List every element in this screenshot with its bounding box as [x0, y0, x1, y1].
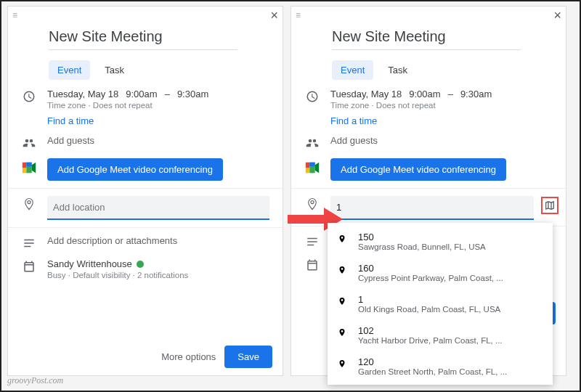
- calendar-color-dot: [137, 261, 144, 268]
- clock-icon: [304, 89, 320, 103]
- event-panel-before: ≡ × New Site Meeting Event Task Tuesday,…: [7, 6, 283, 376]
- location-input[interactable]: [47, 196, 269, 220]
- guests-icon: [304, 135, 320, 150]
- location-suggestion[interactable]: 120Garden Street North, Palm Coast, FL, …: [328, 351, 553, 382]
- calendar-subline: Busy · Default visibility · 2 notificati…: [47, 271, 269, 279]
- tab-task[interactable]: Task: [379, 60, 416, 80]
- add-meet-button[interactable]: Add Google Meet video conferencing: [330, 158, 506, 181]
- save-button[interactable]: Save: [224, 346, 272, 368]
- datetime-subline: Time zone · Does not repeat: [47, 101, 269, 110]
- pin-icon: [338, 263, 349, 282]
- location-suggestions-dropdown: 150Sawgrass Road, Bunnell, FL, USA 160Cy…: [328, 223, 553, 385]
- datetime-line[interactable]: Tuesday, May 18 9:00am – 9:30am: [47, 89, 269, 99]
- location-suggestion[interactable]: 102Yacht Harbor Drive, Palm Coast, FL, .…: [328, 319, 553, 351]
- guests-input[interactable]: Add guests: [47, 135, 269, 146]
- location-suggestion[interactable]: 150Sawgrass Road, Bunnell, FL, USA: [328, 226, 553, 257]
- svg-rect-7: [309, 163, 314, 167]
- guests-icon: [21, 135, 37, 150]
- tab-event[interactable]: Event: [332, 60, 373, 80]
- pin-icon: [338, 325, 349, 345]
- datetime-subline: Time zone · Does not repeat: [330, 101, 553, 110]
- add-meet-button[interactable]: Add Google Meet video conferencing: [47, 158, 223, 181]
- more-options-link[interactable]: More options: [161, 351, 216, 362]
- location-suggestion[interactable]: 160Cypress Point Parkway, Palm Coast, ..…: [328, 257, 553, 288]
- clock-icon: [21, 89, 37, 103]
- find-time-link[interactable]: Find a time: [330, 115, 553, 126]
- drag-handle-icon[interactable]: ≡: [12, 10, 19, 20]
- calendar-owner[interactable]: Sandy Writtenhouse: [47, 258, 269, 269]
- open-map-button[interactable]: [541, 197, 558, 214]
- svg-rect-4: [306, 163, 310, 168]
- svg-rect-5: [306, 168, 310, 173]
- datetime-line[interactable]: Tuesday, May 18 9:00am – 9:30am: [330, 89, 553, 99]
- tab-task[interactable]: Task: [96, 60, 133, 80]
- close-icon[interactable]: ×: [270, 9, 278, 22]
- close-icon[interactable]: ×: [553, 9, 561, 22]
- find-time-link[interactable]: Find a time: [47, 115, 269, 126]
- event-panel-after: ≡ × New Site Meeting Event Task Tuesday,…: [290, 6, 566, 376]
- guests-input[interactable]: Add guests: [330, 135, 553, 146]
- divider: [8, 227, 283, 228]
- svg-rect-1: [23, 168, 26, 173]
- event-title-input[interactable]: New Site Meeting: [49, 25, 237, 50]
- drag-handle-icon[interactable]: ≡: [296, 10, 302, 20]
- tab-event[interactable]: Event: [49, 60, 90, 80]
- description-input[interactable]: Add description or attachments: [47, 235, 269, 246]
- pin-icon: [338, 232, 349, 251]
- calendar-icon: [21, 258, 37, 273]
- meet-logo-icon: [21, 158, 37, 176]
- pin-icon: [338, 356, 349, 376]
- event-title-input[interactable]: New Site Meeting: [332, 25, 521, 50]
- description-icon: [21, 235, 37, 250]
- location-suggestion[interactable]: 1Old Kings Road, Palm Coast, FL, USA: [328, 288, 553, 319]
- description-icon: [304, 234, 320, 248]
- pin-icon: [338, 294, 349, 314]
- divider: [291, 188, 566, 189]
- divider: [8, 188, 283, 189]
- location-input[interactable]: [330, 196, 534, 220]
- calendar-icon: [304, 257, 320, 271]
- meet-logo-icon: [304, 158, 320, 176]
- svg-rect-3: [26, 163, 31, 167]
- location-icon: [304, 196, 320, 211]
- watermark-text: groovyPost.com: [7, 375, 63, 386]
- svg-rect-0: [23, 163, 26, 168]
- location-icon: [21, 196, 37, 211]
